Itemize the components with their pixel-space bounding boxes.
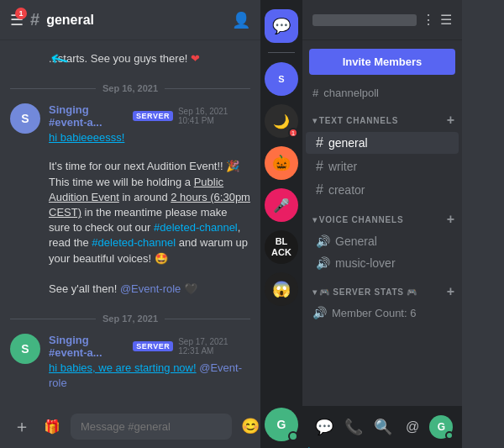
speaker-icon-general: 🔊 (316, 235, 330, 248)
channel-name-header: general (46, 13, 225, 28)
server-name-blurred (312, 14, 417, 26)
channel-preview-item[interactable]: # channelpoll (302, 83, 462, 103)
message-input[interactable] (71, 414, 232, 440)
icon-sidebar: 💬 S 🌙 1 🎃 🎤 BLACK 😱 G ↓ (260, 0, 302, 448)
voice-channel-name-general: General (335, 235, 377, 248)
date-divider-sep17: Sep 17, 2021 (10, 314, 250, 324)
text-channels-label: TEXT CHANNELS (319, 116, 447, 125)
voice-channel-name-music: music-lover (335, 256, 396, 270)
message-content-3: Singing #event-a... SERVER Sep 17, 2021 … (49, 334, 250, 391)
channel-name-general: general (328, 136, 368, 150)
stats-chevron-icon: ▾ (312, 287, 318, 297)
bottom-call-icon[interactable]: 📞 (341, 414, 366, 440)
bottom-navigation: 💬 📞 🔍 @ G (302, 406, 462, 448)
message-group-3: S Singing #event-a... SERVER Sep 17, 202… (10, 330, 250, 394)
member-count-icon: 🔊 (312, 306, 327, 319)
channel-hash-creator: # (316, 182, 323, 198)
member-count-item: 🔊 Member Count: 6 (302, 303, 462, 323)
message-text-content: ...starts. See you guys there! ❤ (49, 50, 250, 66)
emoji-button[interactable]: 😊 (239, 417, 262, 435)
timestamp-3: Sep 17, 2021 12:31 AM (178, 337, 250, 356)
add-text-channel-icon[interactable]: + (447, 113, 455, 128)
date-divider-sep16: Sep 16, 2021 (10, 83, 250, 93)
voice-chevron-icon: ▾ (312, 215, 318, 224)
bottom-arrow-indicator: ↓ (303, 440, 315, 448)
voice-channel-general[interactable]: 🔊 General (306, 231, 459, 251)
server-sidebar: ⋮ ☰ Invite Members # channelpoll ▾ TEXT … (302, 0, 462, 448)
channel-hash-writer: # (316, 159, 323, 174)
member-count-text: Member Count: 6 (332, 307, 416, 319)
avatar-3: S (10, 334, 40, 364)
timestamp-1: Sep 16, 2021 10:41 PM (178, 107, 250, 125)
sidebar-icon-chat[interactable]: 💬 (265, 9, 298, 43)
dots-icon[interactable]: ⋮ (422, 12, 435, 28)
server-notif-dot: 1 (288, 128, 298, 138)
channel-name-creator: creator (328, 183, 365, 197)
author-1: Singing #event-a... (49, 103, 128, 129)
message-group-1: S Singing #event-a... SERVER Sep 16, 202… (10, 100, 250, 149)
voice-channels-label: VOICE CHANNELS (319, 215, 447, 224)
sidebar-server-4[interactable]: 🎤 (265, 188, 298, 222)
bottom-at-icon[interactable]: @ (400, 414, 425, 440)
user-online-dot (445, 431, 454, 440)
channel-item-writer[interactable]: # writer (306, 155, 459, 177)
invite-members-button[interactable]: Invite Members (309, 49, 455, 75)
hamburger-right-icon[interactable]: ☰ (440, 12, 452, 28)
chevron-icon: ▾ (312, 116, 318, 125)
call-nav-icon: 📞 (344, 418, 363, 436)
channel-hash-icon: # (30, 10, 39, 29)
voice-channel-music[interactable]: 🔊 music-lover (306, 253, 459, 273)
server-badge-3: SERVER (133, 341, 173, 351)
sidebar-user-avatar-container[interactable]: G ↓ (265, 408, 298, 441)
speaker-icon-music: 🔊 (316, 256, 330, 270)
add-voice-channel-icon[interactable]: + (447, 212, 455, 227)
chat-panel: ☰ 1 ↖ # general 👤 ...starts. See you guy… (0, 0, 260, 448)
members-icon[interactable]: 👤 (232, 11, 250, 29)
message-text-3: hi babies, we are starting now! @Event-r… (49, 361, 250, 391)
channel-name-writer: writer (328, 160, 357, 173)
add-button[interactable]: ＋ (10, 415, 34, 438)
at-nav-icon: @ (406, 419, 419, 435)
message-header-1: Singing #event-a... SERVER Sep 16, 2021 … (49, 103, 250, 129)
hamburger-notification-badge: 1 (15, 8, 27, 19)
message-group-continuation: ...starts. See you guys there! ❤ (10, 47, 250, 70)
chat-messages: ...starts. See you guys there! ❤ Sep 16,… (0, 40, 260, 404)
bottom-chat-icon[interactable]: 💬 (312, 414, 337, 440)
channel-preview-hash: # (312, 87, 318, 99)
date-text-sep17: Sep 17, 2021 (102, 314, 158, 324)
message-text-1: hi babieeeesss! (49, 130, 250, 145)
add-stats-icon[interactable]: + (447, 284, 455, 299)
channel-preview-name: channelpoll (323, 87, 379, 99)
message-content-1: Singing #event-a... SERVER Sep 16, 2021 … (49, 103, 250, 145)
text-channels-section-header[interactable]: ▾ TEXT CHANNELS + (302, 103, 462, 131)
channel-item-general[interactable]: # general (306, 132, 459, 154)
server-stats-label: 🎮 SERVER STATS 🎮 (319, 287, 447, 297)
search-nav-icon: 🔍 (374, 418, 392, 436)
bottom-search-icon[interactable]: 🔍 (370, 414, 396, 440)
message-content-2: It's time for our next Audition Event!! … (49, 159, 250, 297)
message-header-3: Singing #event-a... SERVER Sep 17, 2021 … (49, 334, 250, 359)
channel-hash-general: # (316, 135, 323, 150)
date-text: Sep 16, 2021 (102, 83, 158, 93)
user-avatar-letter: G (438, 421, 445, 433)
server-header: ⋮ ☰ (302, 0, 462, 40)
voice-channels-section-header[interactable]: ▾ VOICE CHANNELS + (302, 202, 462, 230)
hamburger-container: ☰ 1 (10, 11, 24, 29)
sidebar-server-5[interactable]: BLACK (265, 230, 298, 264)
avatar-spacer-2 (10, 159, 40, 297)
gift-button[interactable]: 🎁 (40, 419, 64, 435)
server-stats-section-header[interactable]: ▾ 🎮 SERVER STATS 🎮 + (302, 274, 462, 303)
sidebar-server-6[interactable]: 😱 (265, 272, 298, 306)
sidebar-server-1[interactable]: S (265, 62, 298, 96)
sidebar-server-3[interactable]: 🎃 (265, 146, 298, 180)
message-text-2: It's time for our next Audition Event!! … (49, 159, 250, 297)
channel-item-creator[interactable]: # creator (306, 179, 459, 201)
bottom-user-avatar[interactable]: G (429, 415, 453, 439)
sidebar-server-2[interactable]: 🌙 1 (265, 104, 298, 138)
server-badge-1: SERVER (133, 111, 173, 121)
message-group-2: It's time for our next Audition Event!! … (10, 155, 250, 300)
chat-input-bar: ＋ 🎁 😊 (0, 404, 260, 448)
avatar-spacer (10, 50, 40, 66)
sidebar-divider (268, 52, 295, 53)
chat-nav-icon: 💬 (315, 418, 333, 436)
